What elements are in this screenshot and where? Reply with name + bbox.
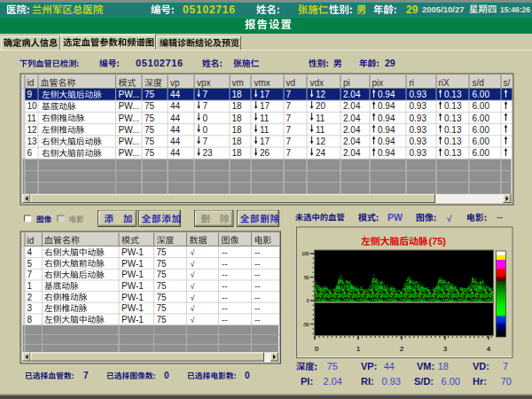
svg-text:75: 75	[157, 293, 168, 302]
svg-text:6.00: 6.00	[473, 148, 490, 158]
svg-text:11: 11	[260, 113, 270, 123]
svg-text:√: √	[191, 316, 195, 325]
svg-text:0.94: 0.94	[378, 137, 395, 146]
svg-text:6: 6	[27, 148, 33, 158]
svg-text:44: 44	[170, 125, 181, 135]
svg-text:18: 18	[232, 113, 243, 123]
svg-text:7: 7	[286, 101, 292, 111]
svg-text:0.13: 0.13	[444, 137, 462, 146]
svg-text:0.93: 0.93	[410, 148, 427, 158]
svg-text:12: 12	[27, 125, 38, 135]
svg-text:11: 11	[260, 125, 270, 135]
svg-text:2: 2	[400, 345, 403, 353]
svg-text:6.00: 6.00	[473, 125, 490, 135]
svg-text:PW-1: PW-1	[121, 259, 144, 269]
svg-text:6.00: 6.00	[473, 113, 490, 123]
svg-text:50: 50	[304, 275, 309, 280]
svg-text:√: √	[447, 214, 452, 223]
svg-text:23: 23	[203, 148, 214, 158]
svg-text:13: 13	[27, 137, 38, 146]
svg-text:7: 7	[286, 125, 292, 135]
svg-text:ri: ri	[410, 78, 415, 88]
svg-text:7: 7	[203, 101, 208, 111]
svg-text:--: --	[254, 293, 261, 302]
svg-text:√: √	[191, 304, 195, 313]
svg-text:S/D:: S/D:	[414, 376, 434, 387]
svg-text:3: 3	[443, 345, 447, 353]
svg-text:7: 7	[286, 148, 292, 158]
svg-text:75: 75	[157, 315, 168, 325]
svg-text:riX: riX	[439, 78, 450, 88]
svg-text:Hr:: Hr:	[473, 376, 487, 387]
svg-text:7: 7	[286, 90, 292, 99]
svg-text:2.04: 2.04	[343, 101, 361, 111]
svg-text:75: 75	[145, 113, 155, 123]
svg-text:2005/10/27: 2005/10/27	[422, 4, 465, 14]
svg-text:2.04: 2.04	[324, 376, 342, 387]
svg-text:0.13: 0.13	[444, 113, 462, 123]
svg-text:2.04: 2.04	[343, 137, 361, 146]
svg-text:11: 11	[27, 113, 37, 123]
svg-text:VP:: VP:	[361, 361, 377, 372]
svg-text:0: 0	[307, 298, 309, 303]
svg-text:(75): (75)	[429, 236, 447, 246]
svg-text:2.04: 2.04	[343, 148, 361, 158]
svg-text:PW...: PW...	[119, 101, 140, 111]
svg-text:18: 18	[232, 148, 243, 158]
svg-text:--: --	[254, 303, 261, 313]
svg-text:--: --	[254, 247, 261, 257]
svg-text:--: --	[222, 270, 228, 279]
svg-text:0.93: 0.93	[410, 113, 427, 123]
svg-text:vdx: vdx	[310, 78, 325, 88]
svg-text:0: 0	[164, 371, 169, 380]
svg-text:3: 3	[27, 303, 33, 313]
svg-text:0: 0	[203, 113, 208, 123]
svg-text:75: 75	[145, 101, 155, 111]
svg-text:6.00: 6.00	[473, 101, 490, 111]
svg-text:0: 0	[315, 345, 318, 353]
svg-text:2.04: 2.04	[343, 125, 361, 135]
svg-text:17: 17	[260, 101, 270, 111]
svg-text:1: 1	[356, 345, 360, 353]
svg-text:vpx: vpx	[197, 78, 211, 88]
svg-text:0.94: 0.94	[378, 148, 395, 158]
svg-text:0.94: 0.94	[378, 113, 395, 123]
svg-text:70: 70	[501, 376, 512, 387]
svg-text:44: 44	[384, 361, 395, 372]
svg-text:6.00: 6.00	[473, 137, 490, 146]
svg-text:0.94: 0.94	[378, 90, 395, 99]
svg-text:PW...: PW...	[119, 125, 140, 135]
svg-text:2: 2	[27, 293, 33, 302]
svg-text:75: 75	[145, 137, 155, 146]
svg-text:id: id	[27, 78, 35, 88]
svg-text:0.93: 0.93	[410, 90, 427, 99]
svg-text:0.13: 0.13	[444, 101, 462, 111]
svg-text:7: 7	[27, 270, 33, 279]
svg-text:75: 75	[157, 303, 168, 313]
svg-text:9: 9	[27, 90, 33, 99]
svg-text:PW: PW	[387, 212, 403, 223]
svg-text:VD:: VD:	[473, 361, 489, 372]
svg-text:05102716: 05102716	[136, 58, 184, 68]
svg-text:√: √	[191, 270, 195, 279]
svg-text:PI:: PI:	[301, 376, 313, 387]
svg-text:0.13: 0.13	[444, 125, 462, 135]
svg-text:√: √	[191, 293, 195, 302]
svg-text:PW...: PW...	[119, 137, 140, 146]
svg-text:id: id	[27, 236, 35, 246]
svg-text:44: 44	[170, 101, 181, 111]
svg-text:vd: vd	[286, 78, 296, 88]
svg-text:--: --	[254, 259, 261, 269]
svg-text:18: 18	[438, 361, 449, 372]
svg-text:2.04: 2.04	[343, 90, 361, 99]
svg-text:0.93: 0.93	[410, 125, 427, 135]
svg-text:0.93: 0.93	[382, 376, 401, 387]
svg-text:pi: pi	[343, 78, 350, 88]
svg-text:44: 44	[170, 90, 181, 99]
svg-text:0.13: 0.13	[444, 148, 462, 158]
svg-text:vm: vm	[232, 78, 244, 88]
svg-text:6.00: 6.00	[442, 376, 460, 387]
svg-text:--: --	[254, 315, 261, 325]
svg-text:17: 17	[260, 137, 270, 146]
svg-text:10: 10	[27, 101, 38, 111]
